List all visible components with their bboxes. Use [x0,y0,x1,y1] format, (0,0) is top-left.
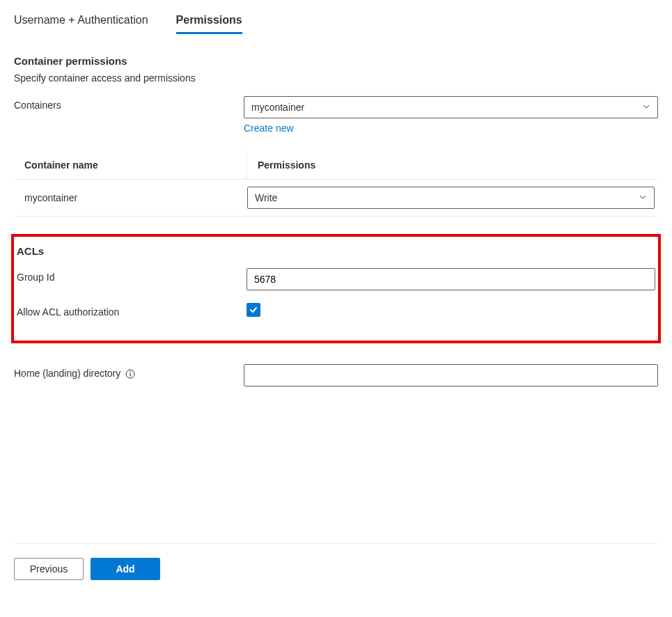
home-directory-section: Home (landing) directory [14,364,658,386]
create-new-link[interactable]: Create new [244,123,294,134]
chevron-down-icon [642,102,650,113]
containers-select-value: mycontainer [251,102,304,113]
container-permissions-title: Container permissions [14,55,658,67]
home-directory-input[interactable] [244,364,658,386]
group-id-row: Group Id [14,268,658,290]
group-id-input[interactable] [247,268,655,290]
container-permissions-section: Container permissions Specify container … [14,55,658,134]
button-row: Previous Add [14,558,658,580]
tabs-bar: Username + Authentication Permissions [14,14,658,34]
info-icon[interactable] [125,369,135,379]
check-icon [249,305,258,315]
table-header-container-name: Container name [14,151,247,179]
svg-point-1 [130,371,131,373]
tab-permissions[interactable]: Permissions [176,14,242,34]
divider [14,543,658,544]
permissions-select[interactable]: Write [247,187,655,209]
allow-acl-row: Allow ACL authorization [14,303,658,318]
table-header: Container name Permissions [14,151,658,180]
containers-row: Containers mycontainer Create new [14,96,658,134]
acls-title: ACLs [14,245,658,257]
add-button[interactable]: Add [91,558,160,580]
containers-select[interactable]: mycontainer [244,96,658,118]
table-row: mycontainer Write [14,180,658,217]
home-directory-row: Home (landing) directory [14,364,658,386]
home-directory-label: Home (landing) directory [14,364,244,379]
allow-acl-checkbox[interactable] [247,303,260,317]
svg-rect-2 [130,373,131,377]
group-id-label: Group Id [17,268,247,283]
table-cell-container-name: mycontainer [14,192,247,203]
containers-label: Containers [14,96,244,111]
table-header-permissions: Permissions [247,151,658,179]
acls-section: ACLs Group Id Allow ACL authorization [11,234,661,343]
permissions-select-value: Write [255,192,277,203]
container-permissions-description: Specify container access and permissions [14,72,658,84]
chevron-down-icon [639,192,647,203]
previous-button[interactable]: Previous [14,558,84,580]
containers-table: Container name Permissions mycontainer W… [14,151,658,217]
tab-username-authentication[interactable]: Username + Authentication [14,14,148,34]
allow-acl-label: Allow ACL authorization [17,303,247,318]
